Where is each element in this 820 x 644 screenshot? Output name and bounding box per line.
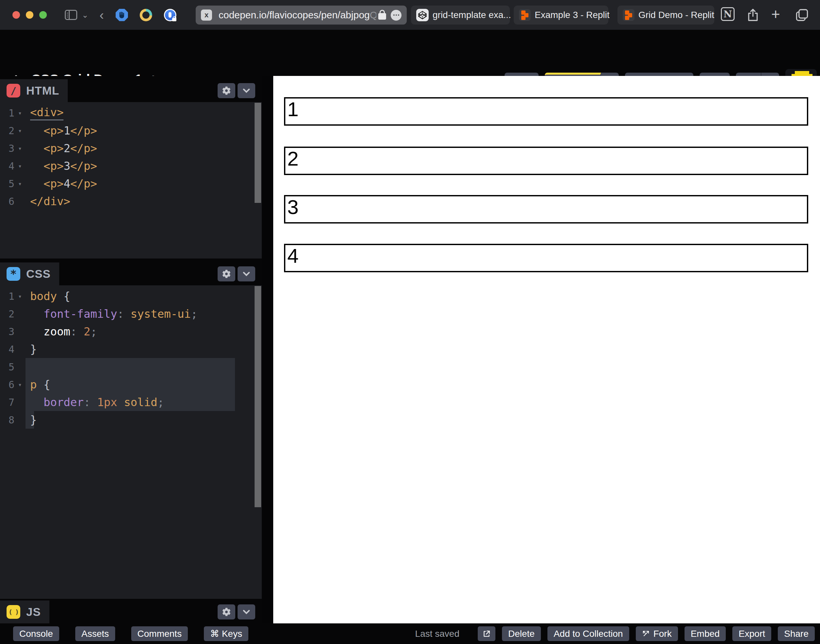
html-editor-scrollbar[interactable] bbox=[254, 103, 261, 203]
code-text: border: 1px solid; bbox=[26, 393, 262, 411]
fold-arrow-icon[interactable]: ▾ bbox=[14, 381, 26, 388]
line-number: 6 bbox=[0, 196, 14, 207]
code-text: } bbox=[26, 411, 262, 429]
line-number: 5 bbox=[0, 361, 14, 373]
css-editor-scrollbar[interactable] bbox=[254, 286, 261, 507]
css-settings-gear-button[interactable] bbox=[218, 266, 235, 281]
code-line: 4} bbox=[0, 340, 262, 358]
preview-paragraph-4: 4 bbox=[284, 244, 808, 272]
html-settings-gear-button[interactable] bbox=[218, 83, 235, 98]
fork-button[interactable]: Fork bbox=[636, 626, 678, 641]
code-line: 1▾<div> bbox=[0, 104, 262, 122]
css-panel-tab[interactable]: * CSS bbox=[0, 262, 59, 285]
chevron-down-icon bbox=[242, 608, 251, 616]
code-line: 5 bbox=[0, 358, 262, 376]
tab-label: grid-template exa... bbox=[432, 10, 511, 20]
js-panel-label: JS bbox=[26, 606, 41, 618]
preview-paragraph-3: 3 bbox=[284, 195, 808, 224]
result-preview-pane: 1 2 3 4 bbox=[273, 76, 820, 623]
embed-button[interactable]: Embed bbox=[685, 626, 726, 641]
line-number: 1 bbox=[0, 291, 14, 302]
comments-button[interactable]: Comments bbox=[131, 626, 188, 641]
new-tab-icon[interactable]: + bbox=[771, 7, 780, 21]
add-to-collection-button[interactable]: Add to Collection bbox=[547, 626, 629, 641]
sidebar-toggle-icon[interactable] bbox=[65, 10, 77, 20]
gear-icon bbox=[222, 270, 231, 278]
line-number: 2 bbox=[0, 308, 14, 320]
gear-icon bbox=[222, 86, 231, 95]
code-text: zoom: 2; bbox=[26, 323, 262, 340]
fold-arrow-icon[interactable]: ▾ bbox=[14, 127, 26, 134]
line-number: 6 bbox=[0, 379, 14, 390]
preview-paragraph-1: 1 bbox=[284, 97, 808, 126]
delete-button[interactable]: Delete bbox=[502, 626, 541, 641]
zoom-window-button[interactable] bbox=[39, 11, 47, 18]
html-panel-label: HTML bbox=[26, 84, 59, 97]
line-number: 2 bbox=[0, 125, 14, 136]
code-text: font-family: system-ui; bbox=[26, 305, 262, 323]
line-number: 3 bbox=[0, 326, 14, 337]
page-extension-badge-icon: x bbox=[201, 9, 212, 21]
css-panel-bar: * CSS bbox=[0, 259, 262, 285]
html-panel-tab[interactable]: / HTML bbox=[0, 79, 68, 102]
html-code-editor[interactable]: 1▾<div>2▾ <p>1</p>3▾ <p>2</p>4▾ <p>3</p>… bbox=[0, 102, 262, 259]
code-line: 3 zoom: 2; bbox=[0, 323, 262, 340]
notion-extension-icon[interactable]: N bbox=[721, 7, 734, 21]
tab-label: Grid Demo - Replit bbox=[638, 10, 714, 20]
tab-overview-icon[interactable] bbox=[795, 8, 809, 23]
keys-button[interactable]: ⌘ Keys bbox=[204, 626, 248, 641]
html-collapse-button[interactable] bbox=[238, 83, 255, 98]
share-button[interactable]: Share bbox=[778, 626, 815, 641]
sidebar-chevron-icon[interactable]: ⌄ bbox=[82, 11, 88, 19]
last-saved-status: Last saved bbox=[415, 629, 460, 639]
editor-footer: Console Assets Comments ⌘ Keys Last save… bbox=[0, 623, 820, 644]
replit-favicon bbox=[519, 9, 531, 21]
css-collapse-button[interactable] bbox=[238, 266, 255, 281]
js-panel-tab[interactable]: ( ) JS bbox=[0, 601, 49, 623]
code-line: 5▾ <p>4</p> bbox=[0, 175, 262, 192]
codepen-favicon bbox=[416, 9, 429, 21]
password-manager-extension-icon[interactable] bbox=[164, 9, 176, 21]
code-line: 3▾ <p>2</p> bbox=[0, 140, 262, 157]
minimize-window-button[interactable] bbox=[26, 11, 34, 18]
share-icon[interactable] bbox=[746, 8, 760, 23]
assets-button[interactable]: Assets bbox=[75, 626, 115, 641]
html-panel-bar: / HTML bbox=[0, 76, 262, 102]
js-icon: ( ) bbox=[6, 605, 20, 619]
browser-tab-grid-demo[interactable]: Grid Demo - Replit bbox=[618, 6, 714, 25]
js-collapse-button[interactable] bbox=[238, 604, 255, 619]
fold-arrow-icon[interactable]: ▾ bbox=[14, 162, 26, 170]
code-text: <div> bbox=[26, 104, 262, 122]
timer-extension-icon[interactable] bbox=[140, 9, 152, 21]
address-bar[interactable]: x codepen.io/flaviocopes/pen/abjpogQ?e bbox=[196, 6, 407, 25]
js-settings-gear-button[interactable] bbox=[218, 604, 235, 619]
fold-arrow-icon[interactable]: ▾ bbox=[14, 109, 26, 117]
code-text: } bbox=[26, 340, 262, 358]
css-code-editor[interactable]: 1▾body {2 font-family: system-ui;3 zoom:… bbox=[0, 285, 262, 599]
browser-tab-example3[interactable]: Example 3 - Replit bbox=[514, 6, 608, 25]
code-line: 6▾p { bbox=[0, 376, 262, 393]
selection-highlight bbox=[26, 358, 235, 376]
js-panel-bar: ( ) JS bbox=[0, 599, 262, 623]
window-controls bbox=[12, 11, 47, 18]
html-icon: / bbox=[6, 84, 20, 98]
console-button[interactable]: Console bbox=[13, 626, 59, 641]
back-button[interactable]: ‹ bbox=[100, 9, 104, 21]
fold-arrow-icon[interactable]: ▾ bbox=[14, 145, 26, 152]
fold-arrow-icon[interactable]: ▾ bbox=[14, 180, 26, 187]
css-panel-label: CSS bbox=[26, 267, 51, 281]
code-text: <p>1</p> bbox=[26, 122, 262, 140]
export-button[interactable]: Export bbox=[732, 626, 771, 641]
fold-arrow-icon[interactable]: ▾ bbox=[14, 293, 26, 300]
content-blocker-extension-icon[interactable] bbox=[115, 9, 128, 21]
code-text: <p>2</p> bbox=[26, 140, 262, 157]
code-text bbox=[26, 358, 262, 376]
browser-tab-grid-template[interactable]: grid-template exa... bbox=[411, 6, 510, 25]
code-text: </div> bbox=[26, 192, 262, 210]
open-in-new-window-button[interactable] bbox=[478, 626, 495, 641]
line-number: 4 bbox=[0, 160, 14, 172]
more-options-icon[interactable] bbox=[391, 10, 402, 21]
fork-icon bbox=[642, 630, 650, 638]
codepen-header: CSS Grid Demo 1 ✎ Flavio Copes ♥ Save Se… bbox=[0, 30, 820, 76]
close-window-button[interactable] bbox=[12, 11, 20, 18]
